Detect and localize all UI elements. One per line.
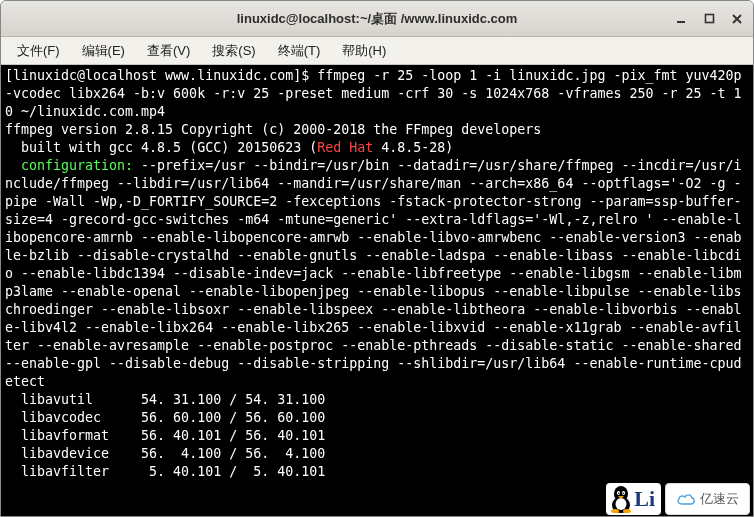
lib-line: libavfilter 5. 40.101 / 5. 40.101 (5, 464, 325, 479)
close-icon (731, 13, 743, 25)
close-button[interactable] (729, 11, 745, 27)
lib-line: libavformat 56. 40.101 / 56. 40.101 (5, 428, 325, 443)
minimize-icon (675, 13, 687, 25)
menu-search[interactable]: 搜索(S) (202, 39, 265, 63)
output-line: built with gcc 4.8.5 (GCC) 20150623 ( (5, 140, 317, 155)
minimize-button[interactable] (673, 11, 689, 27)
menubar: 文件(F) 编辑(E) 查看(V) 搜索(S) 终端(T) 帮助(H) (1, 37, 753, 65)
terminal-output[interactable]: [linuxidc@localhost www.linuxidc.com]$ f… (1, 65, 753, 516)
window-title: linuxidc@localhost:~/桌面 /www.linuxidc.co… (237, 10, 518, 28)
terminal-window: linuxidc@localhost:~/桌面 /www.linuxidc.co… (0, 0, 754, 517)
configuration-label: configuration: (5, 158, 133, 173)
prompt: [linuxidc@localhost www.linuxidc.com]$ (5, 68, 317, 83)
redhat-label: Red Hat (317, 140, 373, 155)
titlebar: linuxidc@localhost:~/桌面 /www.linuxidc.co… (1, 1, 753, 37)
menu-terminal[interactable]: 终端(T) (268, 39, 331, 63)
lib-line: libavcodec 56. 60.100 / 56. 60.100 (5, 410, 325, 425)
output-line: ffmpeg version 2.8.15 Copyright (c) 2000… (5, 122, 541, 137)
lib-line: libavutil 54. 31.100 / 54. 31.100 (5, 392, 325, 407)
maximize-button[interactable] (701, 11, 717, 27)
menu-edit[interactable]: 编辑(E) (72, 39, 135, 63)
maximize-icon (704, 13, 715, 24)
window-controls (673, 11, 745, 27)
menu-view[interactable]: 查看(V) (137, 39, 200, 63)
lib-line: libavdevice 56. 4.100 / 56. 4.100 (5, 446, 325, 461)
output-line: 4.8.5-28) (373, 140, 453, 155)
svg-rect-1 (705, 15, 713, 23)
configuration-body: --prefix=/usr --bindir=/usr/bin --datadi… (5, 158, 750, 389)
menu-help[interactable]: 帮助(H) (332, 39, 396, 63)
menu-file[interactable]: 文件(F) (7, 39, 70, 63)
